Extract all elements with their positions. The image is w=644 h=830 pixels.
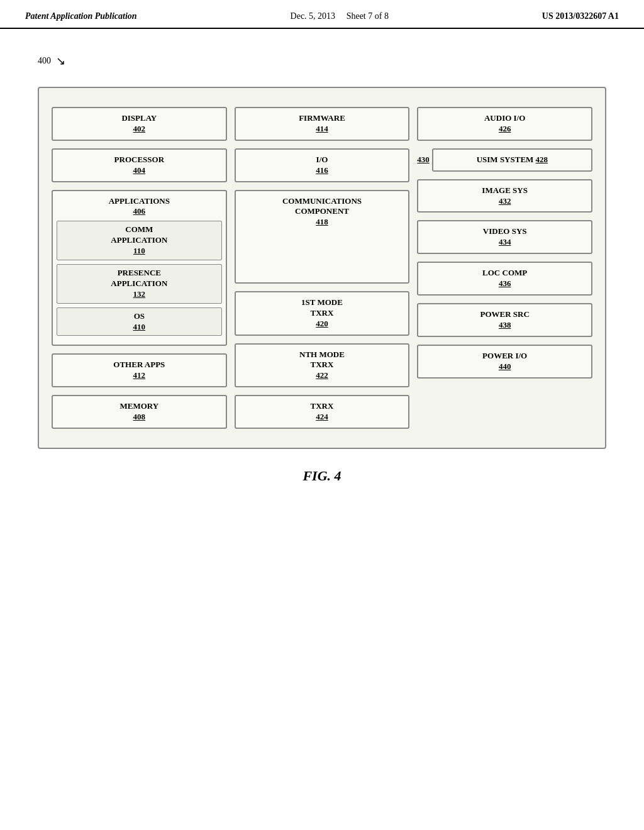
power-io-label: POWER I/O (482, 351, 527, 360)
column-1: DISPLAY 402 PROCESSOR 404 APPLICATIONS 4… (52, 107, 227, 429)
video-sys-num: 434 (425, 237, 585, 248)
column-2: FIRMWARE 414 I/O 416 COMMUNICATIONSCOMPO… (235, 107, 410, 429)
fig-ref-area: 400 ↘ (38, 54, 606, 68)
audio-io-num: 426 (425, 124, 585, 135)
power-io-box: POWER I/O 440 (417, 345, 592, 379)
firmware-label: FIRMWARE (299, 113, 345, 123)
audio-io-box: AUDIO I/O 426 (417, 107, 592, 141)
nth-mode-txrx-box: NTH MODETXRX 422 (235, 343, 410, 388)
audio-io-label: AUDIO I/O (484, 113, 525, 123)
io-label: I/O (316, 155, 328, 164)
column-3: AUDIO I/O 426 430 USIM SYSTEM 428 IMAGE … (417, 107, 592, 429)
first-mode-txrx-label: 1ST MODETXRX (301, 297, 343, 318)
sheet-info: Sheet 7 of 8 (347, 11, 389, 21)
processor-box: PROCESSOR 404 (52, 148, 227, 182)
power-src-box: POWER SRC 438 (417, 303, 592, 337)
first-mode-txrx-box: 1ST MODETXRX 420 (235, 291, 410, 336)
video-sys-label: VIDEO SYS (483, 226, 527, 236)
other-apps-box: OTHER APPS 412 (52, 353, 227, 387)
image-sys-num: 432 (425, 196, 585, 207)
display-label: DISPLAY (121, 113, 157, 123)
fig-ref-arrow: ↘ (56, 54, 65, 68)
applications-num: 406 (57, 206, 222, 217)
other-apps-label: OTHER APPS (113, 360, 165, 369)
presence-app-num: 132 (60, 289, 218, 300)
memory-box: MEMORY 408 (52, 395, 227, 429)
power-src-num: 438 (425, 320, 585, 331)
nth-mode-txrx-num: 422 (242, 370, 402, 381)
comm-component-label: COMMUNICATIONSCOMPONENT (282, 196, 362, 216)
applications-label: APPLICATIONS (109, 196, 170, 206)
comm-component-num: 418 (242, 217, 402, 228)
fig-ref-number: 400 (38, 56, 51, 66)
txrx-label: TXRX (311, 401, 334, 411)
processor-num: 404 (59, 165, 219, 176)
other-apps-num: 412 (59, 370, 219, 381)
io-num: 416 (242, 165, 402, 176)
usim-ext-label: 430 (417, 155, 430, 165)
usim-wrapper: 430 USIM SYSTEM 428 (417, 148, 592, 172)
loc-comp-num: 436 (425, 279, 585, 289)
usim-system-num: 428 (536, 155, 548, 164)
header-right: US 2013/0322607 A1 (542, 11, 619, 21)
system-diagram-box: DISPLAY 402 PROCESSOR 404 APPLICATIONS 4… (38, 87, 606, 449)
presence-app-label: PRESENCEAPPLICATION (111, 268, 167, 288)
usim-system-box: USIM SYSTEM 428 (432, 148, 592, 172)
comm-app-label: COMMAPPLICATION (111, 224, 167, 245)
image-sys-box: IMAGE SYS 432 (417, 179, 592, 213)
video-sys-box: VIDEO SYS 434 (417, 220, 592, 254)
loc-comp-label: LOC COMP (482, 268, 527, 277)
usim-system-label: USIM SYSTEM (477, 155, 534, 164)
comm-app-num: 110 (60, 246, 218, 257)
memory-label: MEMORY (120, 401, 159, 411)
txrx-num: 424 (242, 412, 402, 423)
firmware-num: 414 (242, 124, 402, 135)
io-box: I/O 416 (235, 148, 410, 182)
power-io-num: 440 (425, 362, 585, 372)
applications-box: APPLICATIONS 406 COMMAPPLICATION 110 PRE… (52, 190, 227, 346)
main-content: 400 ↘ DISPLAY 402 PROCESSOR 404 APPLICAT… (0, 29, 644, 509)
header-left: Patent Application Publication (25, 11, 137, 21)
first-mode-txrx-num: 420 (242, 319, 402, 329)
page-header: Patent Application Publication Dec. 5, 2… (0, 0, 644, 29)
display-box: DISPLAY 402 (52, 107, 227, 141)
processor-label: PROCESSOR (114, 155, 164, 164)
loc-comp-box: LOC COMP 436 (417, 262, 592, 296)
header-date: Dec. 5, 2013 Sheet 7 of 8 (291, 11, 389, 21)
power-src-label: POWER SRC (480, 309, 529, 319)
display-num: 402 (59, 124, 219, 135)
image-sys-label: IMAGE SYS (482, 185, 528, 195)
firmware-box: FIRMWARE 414 (235, 107, 410, 141)
comm-component-box: COMMUNICATIONSCOMPONENT 418 (235, 190, 410, 284)
fig-caption: FIG. 4 (38, 468, 606, 484)
txrx-box: TXRX 424 (235, 395, 410, 429)
memory-num: 408 (59, 412, 219, 423)
os-num: 410 (60, 322, 218, 333)
os-label: OS (134, 311, 145, 321)
nth-mode-txrx-label: NTH MODETXRX (299, 350, 345, 370)
